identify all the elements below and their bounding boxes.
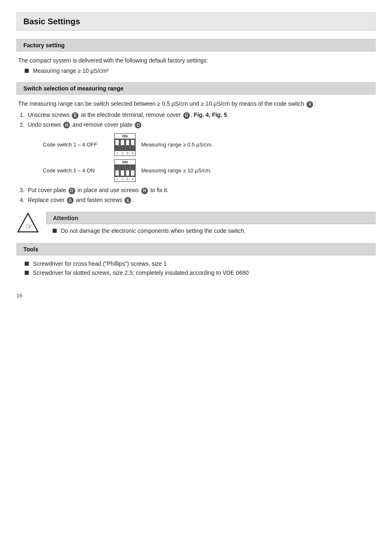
tools-content: Screwdriver for cross head ("Phillips") … <box>16 260 376 276</box>
dip-num-2: 2 <box>120 151 125 155</box>
switch-selection-intro: The measuring range can be switch select… <box>18 100 374 108</box>
dip-body <box>115 165 135 176</box>
dip-switch-on: ON 1 2 3 4 <box>114 159 136 182</box>
code-switch-row-off: Code switch 1 – 4 OFF ON 1 2 3 4 Measuri… <box>43 133 374 156</box>
dip-num-4: 4 <box>130 177 136 181</box>
switch-selection-header: Switch selection of measuring range <box>16 82 376 95</box>
list-item: Measuring range ≥ 10 µS/cm² <box>25 67 374 74</box>
code-switch-area: Code switch 1 – 4 OFF ON 1 2 3 4 Measuri… <box>43 133 374 182</box>
factory-setting-content: The compact system is delivered with the… <box>16 56 376 74</box>
dip-knob <box>115 170 119 176</box>
attention-box: ☞ Attention Do not damage the electronic… <box>16 212 376 237</box>
factory-setting-heading: Factory setting <box>23 42 369 49</box>
dip-slot-3 <box>125 165 131 176</box>
dip-knob <box>126 170 129 176</box>
tools-header: Tools <box>16 243 376 255</box>
page-number: 16 <box>16 292 376 299</box>
page-title-bar: Basic Settings <box>16 12 376 31</box>
dip-slot-2 <box>120 165 125 176</box>
attention-bullet-text: Do not damage the electronic components … <box>61 227 246 234</box>
circle-label-o2: O <box>69 188 75 194</box>
code-switch-off-desc: Measuring range ≥ 0.5 µS/cm. <box>141 142 213 148</box>
dip-num-3: 3 <box>125 151 130 155</box>
dip-on-label: ON <box>115 160 135 165</box>
circle-label-g: G <box>183 112 190 119</box>
dip-knob <box>131 170 134 176</box>
list-item: 2. Undo screws H and remove cover plate … <box>20 121 374 129</box>
circle-label-e: E <box>72 112 78 119</box>
list-item: Screwdriver for cross head ("Phillips") … <box>25 260 374 267</box>
dip-slot-3 <box>125 139 131 151</box>
factory-bullet-text: Measuring range ≥ 10 µS/cm² <box>33 67 109 74</box>
dip-body <box>115 139 135 151</box>
circle-label-g2: G <box>67 197 74 204</box>
dip-num-3: 3 <box>125 177 130 181</box>
dip-switch-off: ON 1 2 3 4 <box>114 133 136 156</box>
factory-setting-header: Factory setting <box>16 39 376 51</box>
steps-after-list: 3. Put cover plate O in place and use sc… <box>20 187 374 204</box>
list-item: 3. Put cover plate O in place and use sc… <box>20 187 374 194</box>
bullet-icon <box>53 229 57 233</box>
factory-setting-intro: The compact system is delivered with the… <box>18 56 374 65</box>
dip-num-1: 1 <box>115 151 120 155</box>
circle-label-e2: E <box>125 197 131 204</box>
steps-list: 1. Unscrew screws E at the electrode ter… <box>20 111 374 128</box>
dip-knob <box>121 170 124 176</box>
dip-knob <box>126 140 129 145</box>
list-item: 1. Unscrew screws E at the electrode ter… <box>20 111 374 119</box>
dip-knob <box>121 140 124 145</box>
dip-knob <box>115 140 119 145</box>
circle-label-h2: H <box>141 188 148 194</box>
list-item: 4. Replace cover G and fasten screws E. <box>20 197 374 204</box>
dip-slot-4 <box>130 139 135 151</box>
dip-num-4: 4 <box>130 151 136 155</box>
circle-label-h: H <box>63 122 70 128</box>
code-switch-on-desc: Measuring range ≥ 10 µS/cm. <box>141 167 212 174</box>
attention-heading: Attention <box>53 215 369 221</box>
bullet-icon <box>25 69 29 73</box>
attention-warning-icon: ☞ <box>16 212 39 235</box>
list-item: Do not damage the electronic components … <box>53 227 376 234</box>
attention-header-bar: Attention <box>46 212 376 224</box>
switch-selection-content: The measuring range can be switch select… <box>16 100 376 204</box>
dip-slot-1 <box>115 139 120 151</box>
attention-content: Attention Do not damage the electronic c… <box>46 212 376 237</box>
dip-slot-4 <box>130 165 135 176</box>
page-title: Basic Settings <box>23 17 369 26</box>
dip-numbers: 1 2 3 4 <box>115 176 135 181</box>
circle-label-o: O <box>135 122 141 128</box>
dip-slot-2 <box>120 139 125 151</box>
list-item: Screwdriver for slotted screws, size 2.5… <box>25 269 374 276</box>
code-switch-row-on: Code switch 1 – 4 ON ON 1 2 3 4 Measurin… <box>43 159 374 182</box>
dip-on-label: ON <box>115 134 135 139</box>
dip-num-1: 1 <box>115 177 120 181</box>
dip-num-2: 2 <box>120 177 125 181</box>
code-switch-off-label: Code switch 1 – 4 OFF <box>43 142 108 148</box>
circle-label-4: 4 <box>307 101 313 108</box>
bullet-icon <box>25 262 29 266</box>
dip-numbers: 1 2 3 4 <box>115 151 135 155</box>
code-switch-on-label: Code switch 1 – 4 ON <box>43 167 108 174</box>
dip-slot-1 <box>115 165 120 176</box>
switch-selection-heading: Switch selection of measuring range <box>23 85 369 92</box>
tools-bullet-2: Screwdriver for slotted screws, size 2.5… <box>33 269 249 276</box>
dip-knob <box>131 140 134 145</box>
bullet-icon <box>25 271 29 275</box>
tools-heading: Tools <box>23 246 369 253</box>
svg-text:☞: ☞ <box>25 222 33 231</box>
tools-bullet-1: Screwdriver for cross head ("Phillips") … <box>33 260 167 267</box>
